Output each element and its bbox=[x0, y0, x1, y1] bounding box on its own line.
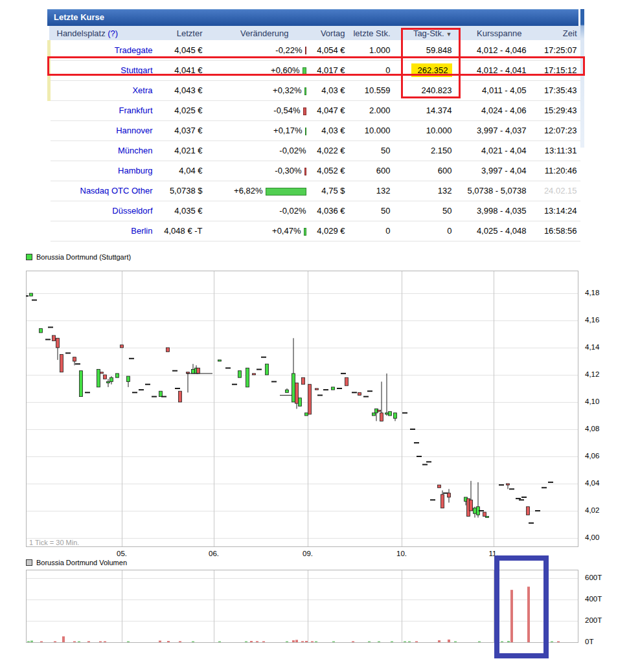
change-bar-up bbox=[266, 188, 306, 196]
column-header-vortag: Vortag bbox=[310, 26, 349, 40]
cell-letzter: 4,045 € bbox=[156, 40, 206, 60]
cell-tag-stk: 2.150 bbox=[394, 140, 455, 161]
cell-zeit: 11:20:46 bbox=[530, 161, 580, 181]
cell-change: -0,54% bbox=[206, 100, 310, 120]
change-percent: -0,02% bbox=[253, 146, 306, 155]
venue-link[interactable]: München bbox=[118, 146, 152, 155]
legend-color-swatch-gray bbox=[26, 559, 32, 566]
cell-letzter: 4,048 € -T bbox=[156, 221, 206, 241]
cell-vortag: 4,017 € bbox=[310, 60, 349, 80]
price-tick-label: 4,02 bbox=[585, 506, 599, 514]
change-percent: +0,17% bbox=[249, 126, 303, 135]
venue-link[interactable]: Nasdaq OTC Other bbox=[80, 186, 153, 196]
column-label: Veränderung bbox=[240, 28, 288, 38]
date-tick-label: 10. bbox=[392, 550, 411, 557]
price-tick-label: 4,14 bbox=[585, 343, 599, 351]
cell-kursspanne: 4,024 - 4,06 bbox=[455, 100, 530, 120]
column-header-letzter: Letzter bbox=[156, 26, 206, 40]
cell-change: -0,02% bbox=[206, 201, 310, 221]
change-percent: -0,54% bbox=[247, 106, 301, 115]
venue-link[interactable]: Tradegate bbox=[115, 45, 153, 55]
change-percent: -0,02% bbox=[253, 206, 306, 216]
column-header-zeit: Zeit bbox=[530, 26, 580, 40]
cell-vortag: 4,054 € bbox=[310, 40, 349, 60]
cell-change: -0,02% bbox=[206, 140, 310, 161]
cell-letzter: 4,043 € bbox=[156, 80, 206, 100]
volume-tick-label: 0T bbox=[585, 638, 593, 645]
volume-tick-label: 600T bbox=[585, 574, 602, 581]
price-chart bbox=[26, 265, 578, 548]
change-percent: +0,60% bbox=[247, 65, 300, 75]
cell-letzter: 4,021 € bbox=[156, 140, 206, 161]
cell-zeit: 12:07:23 bbox=[530, 120, 580, 140]
tag-stk-highlighted-value: 262.352 bbox=[411, 63, 452, 77]
sort-desc-icon: ▼ bbox=[446, 31, 452, 38]
cell-tag-stk: 50 bbox=[394, 201, 455, 221]
column-label: Letzter bbox=[177, 28, 203, 38]
cell-letzte-stk: 2.000 bbox=[349, 100, 394, 120]
change-percent: +0,47% bbox=[248, 226, 301, 236]
change-bar-down bbox=[305, 47, 306, 54]
table-row: Frankfurt4,025 €-0,54%4,047 €2.00014.374… bbox=[49, 100, 580, 120]
cell-vortag: 4,029 € bbox=[310, 221, 349, 241]
venue-link[interactable]: Stuttgart bbox=[120, 65, 152, 75]
cell-letzter: 4,037 € bbox=[156, 120, 206, 140]
cell-letzte-stk: 0 bbox=[349, 221, 394, 241]
table-row: Hamburg4,04 €-0,30%4,052 €6006003,997 - … bbox=[49, 161, 580, 181]
cell-tag-stk: 262.352 bbox=[394, 60, 455, 80]
cell-change: -0,22% bbox=[206, 40, 310, 60]
venue-link[interactable]: Xetra bbox=[132, 85, 152, 95]
trading-quotes-page: Letzte Kurse Handelsplatz (?)LetzterVerä… bbox=[0, 0, 640, 672]
cell-tag-stk: 10.000 bbox=[394, 120, 455, 140]
cell-letzter: 4,025 € bbox=[156, 100, 206, 120]
table-row: Hannover4,037 €+0,17%4,03 €10.00010.0003… bbox=[49, 120, 580, 140]
column-label: Zeit bbox=[563, 28, 577, 38]
column-label: Vortag bbox=[321, 28, 345, 38]
cell-zeit: 17:25:07 bbox=[530, 40, 580, 60]
volume-chart-legend: Borussia Dortmund Volumen bbox=[26, 559, 127, 566]
cell-letzte-stk: 1.000 bbox=[349, 40, 394, 60]
column-label: Tag-Stk. bbox=[413, 28, 444, 38]
venue-link[interactable]: Düsseldorf bbox=[112, 206, 152, 216]
cell-zeit: 24.02.15 bbox=[530, 181, 580, 201]
cell-letzter: 4,04 € bbox=[156, 161, 206, 181]
column-header-venue: Handelsplatz (?) bbox=[49, 26, 156, 40]
change-percent: -0,22% bbox=[249, 45, 303, 55]
table-row: Düsseldorf4,035 €-0,02%4,036 €50503,998 … bbox=[49, 201, 580, 221]
table-row: Tradegate4,045 €-0,22%4,054 €1.00059.848… bbox=[49, 40, 580, 60]
price-chart-legend: Borussia Dortmund (Stuttgart) bbox=[26, 253, 131, 261]
column-label: letzte Stk. bbox=[353, 28, 390, 38]
price-tick-label: 4,08 bbox=[585, 425, 599, 432]
cell-kursspanne: 4,021 - 4,04 bbox=[455, 140, 530, 161]
change-percent: +6,82% bbox=[210, 186, 263, 196]
tick-interval-note: 1 Tick = 30 Min. bbox=[29, 539, 79, 546]
venue-link[interactable]: Hamburg bbox=[118, 166, 152, 175]
price-tick-label: 4,00 bbox=[585, 533, 599, 541]
column-header-change: Veränderung bbox=[206, 26, 310, 40]
cell-zeit: 13:14:24 bbox=[530, 201, 580, 221]
cell-vortag: 4,052 € bbox=[310, 161, 349, 181]
column-header-tag_stk[interactable]: Tag-Stk.▼ bbox=[394, 26, 455, 40]
table-header-row: Handelsplatz (?)LetzterVeränderungVortag… bbox=[49, 26, 580, 40]
cell-kursspanne: 4,012 - 4,046 bbox=[455, 40, 530, 60]
help-link[interactable]: (?) bbox=[106, 28, 119, 38]
cell-zeit: 17:15:12 bbox=[530, 60, 580, 80]
cell-zeit: 13:11:31 bbox=[530, 140, 580, 161]
cell-vortag: 4,036 € bbox=[310, 201, 349, 221]
price-tick-label: 4,16 bbox=[585, 316, 599, 324]
venue-link[interactable]: Berlin bbox=[131, 226, 152, 236]
panel-title: Letzte Kurse bbox=[47, 9, 578, 26]
cell-letzte-stk: 10.000 bbox=[349, 120, 394, 140]
venue-link[interactable]: Hannover bbox=[116, 126, 152, 135]
cell-kursspanne: 4,011 - 4,05 bbox=[455, 80, 530, 100]
venue-link[interactable]: Frankfurt bbox=[119, 106, 152, 115]
change-percent: +0,32% bbox=[249, 85, 302, 95]
table-row: Xetra4,043 €+0,32%4,03 €10.559240.8234,0… bbox=[49, 80, 580, 100]
cell-vortag: 4,047 € bbox=[310, 100, 349, 120]
cell-change: +0,47% bbox=[206, 221, 310, 241]
cell-change: +0,17% bbox=[206, 120, 310, 140]
cell-change: +0,32% bbox=[206, 80, 310, 100]
cell-vortag: 4,03 € bbox=[310, 120, 349, 140]
column-header-letzte_stk: letzte Stk. bbox=[349, 26, 394, 40]
date-tick-label: 06. bbox=[204, 550, 223, 557]
